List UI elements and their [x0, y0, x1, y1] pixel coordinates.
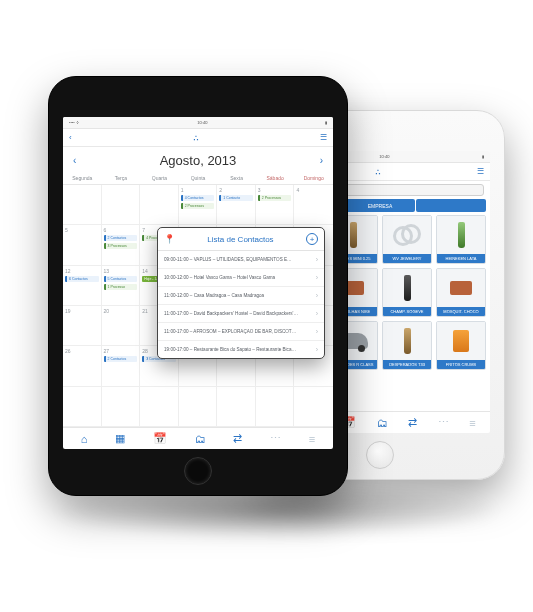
event-pill[interactable]: 3 Processos [104, 243, 138, 249]
calendar-cell[interactable]: 62 Contactos3 Processos [102, 225, 141, 265]
day-number: 6 [104, 227, 107, 233]
contacts-popover: 📍 Lista de Contactos + 09:00-11:00 – VAP… [157, 227, 325, 359]
product-icon [453, 330, 469, 352]
popover-item[interactable]: 11:00-17:00 – David Backpackers' Hostel … [158, 305, 324, 323]
calendar-cell[interactable] [217, 387, 256, 427]
product-card[interactable]: FRITOS CRUMS [436, 321, 486, 370]
home-button[interactable] [184, 457, 212, 485]
product-thumb [437, 216, 485, 254]
day-number: 21 [142, 308, 148, 314]
bottombar-icon[interactable]: ⋯ [438, 416, 449, 429]
calendar-cell[interactable] [179, 387, 218, 427]
product-card[interactable]: WV JEWELERY [382, 215, 432, 264]
product-card[interactable]: CHAMP. SOGEVE [382, 268, 432, 317]
event-pill[interactable]: 5 Contactos [104, 276, 138, 282]
event-pill[interactable]: 1 Contacto [219, 195, 253, 201]
next-month-button[interactable]: › [320, 155, 323, 166]
calendar-cell[interactable]: 20 [102, 306, 141, 346]
popover-item[interactable]: 11:00-12:00 – Casa Madragoa – Casa Madra… [158, 287, 324, 305]
calendar-cell[interactable]: 14 Contactos2 Processos [179, 185, 218, 225]
event-pill[interactable]: 6 Contactos [65, 276, 99, 282]
menu-icon[interactable]: ☰ [320, 133, 327, 142]
calendar-cell[interactable] [256, 387, 295, 427]
calendar-cell[interactable]: 5 [63, 225, 102, 265]
popover-item-label: 11:00-17:00 – David Backpackers' Hostel … [164, 311, 312, 316]
status-time: 10:40 [379, 154, 389, 159]
calendar-cell[interactable]: 21 Contacto [217, 185, 256, 225]
weekday-label: Sábado [256, 173, 295, 185]
calendar-cell[interactable] [63, 387, 102, 427]
product-card[interactable]: HEINEKEN LATA [436, 215, 486, 264]
tab-right[interactable] [416, 199, 486, 212]
bottombar-icon[interactable]: ⋯ [270, 432, 281, 445]
popover-item[interactable]: 09:00-11:00 – VAPLUS – UTILIDADES, EQUIP… [158, 251, 324, 269]
product-thumb [383, 269, 431, 307]
tab-empresa[interactable]: EMPRESA [345, 199, 415, 212]
product-caption: FRITOS CRUMS [437, 360, 485, 369]
app-logo-icon: ⛬ [191, 133, 201, 143]
bottombar-icon[interactable]: 🗂 [195, 433, 206, 445]
add-contact-button[interactable]: + [306, 233, 318, 245]
product-caption: WV JEWELERY [383, 254, 431, 263]
product-card[interactable]: DESPERADOS T33 [382, 321, 432, 370]
calendar-topbar: ‹ ⛬ ☰ [63, 129, 333, 147]
status-time: 10:40 [197, 120, 207, 125]
calendar-cell[interactable] [140, 185, 179, 225]
pin-icon[interactable]: 📍 [164, 234, 175, 244]
chevron-right-icon: › [316, 346, 318, 353]
chevron-right-icon: › [316, 256, 318, 263]
back-icon[interactable]: ‹ [69, 133, 72, 142]
day-number: 28 [142, 348, 148, 354]
calendar-cell[interactable] [294, 387, 333, 427]
menu-icon[interactable]: ☰ [477, 167, 484, 176]
calendar-screen: •••• ᯤ 10:40 ▮ ‹ ⛬ ☰ ‹ Agosto, 2013 › Se… [63, 117, 333, 449]
bottombar-icon[interactable]: ⇄ [408, 416, 417, 429]
popover-item[interactable]: 11:00-17:00 – AFROSOM – EXPLORAÇÃO DE BA… [158, 323, 324, 341]
calendar-cell[interactable]: 19 [63, 306, 102, 346]
event-pill[interactable]: 2 Processos [258, 195, 292, 201]
event-pill[interactable]: 2 Contactos [104, 235, 138, 241]
bottombar-icon[interactable]: ≡ [309, 433, 315, 445]
calendar-cell[interactable]: 135 Contactos1 Processo [102, 266, 141, 306]
calendar-cell[interactable]: 126 Contactos [63, 266, 102, 306]
calendar-cell[interactable] [102, 387, 141, 427]
calendar-cell[interactable]: 272 Contactos [102, 346, 141, 386]
popover-item[interactable]: 19:00-17:00 – Restaurante Bica do Sapato… [158, 341, 324, 358]
day-number: 1 [181, 187, 184, 193]
day-number: 13 [104, 268, 110, 274]
popover-item[interactable]: 10:00-12:00 – Hotel Vasco Gama – Hotel V… [158, 269, 324, 287]
calendar-cell[interactable] [63, 185, 102, 225]
app-logo-icon: ⛬ [373, 167, 383, 177]
calendar-cell[interactable] [102, 185, 141, 225]
calendar-title-row: ‹ Agosto, 2013 › [63, 147, 333, 173]
prev-month-button[interactable]: ‹ [73, 155, 76, 166]
product-card[interactable]: MOSQUIT. CHOCO [436, 268, 486, 317]
popover-header: 📍 Lista de Contactos + [158, 228, 324, 251]
product-icon [393, 226, 421, 244]
weekday-label: Terça [102, 173, 141, 185]
event-pill[interactable]: 1 Processo [104, 284, 138, 290]
product-icon [404, 275, 411, 301]
product-thumb [383, 322, 431, 360]
home-button[interactable] [366, 441, 394, 469]
day-number: 5 [65, 227, 68, 233]
calendar-cell[interactable]: 4 [294, 185, 333, 225]
bottombar-icon[interactable]: ≡ [469, 417, 475, 429]
popover-item-label: 11:00-17:00 – AFROSOM – EXPLORAÇÃO DE BA… [164, 329, 312, 334]
bottombar-icon[interactable]: ⌂ [81, 433, 88, 445]
event-pill[interactable]: 4 Contactos [181, 195, 215, 201]
event-pill[interactable]: 2 Processos [181, 203, 215, 209]
day-number: 7 [142, 227, 145, 233]
product-thumb [437, 269, 485, 307]
bottombar-icon[interactable]: ▦ [115, 432, 125, 445]
day-number: 27 [104, 348, 110, 354]
calendar-cell[interactable]: 32 Processos [256, 185, 295, 225]
bottombar-icon[interactable]: ⇄ [233, 432, 242, 445]
event-pill[interactable]: 2 Contactos [104, 356, 138, 362]
calendar-cell[interactable] [140, 387, 179, 427]
product-icon [350, 222, 357, 248]
bottombar-icon[interactable]: 🗂 [377, 417, 388, 429]
calendar-cell[interactable]: 26 [63, 346, 102, 386]
bottombar-icon[interactable]: 📅 [153, 432, 167, 445]
chevron-right-icon: › [316, 328, 318, 335]
